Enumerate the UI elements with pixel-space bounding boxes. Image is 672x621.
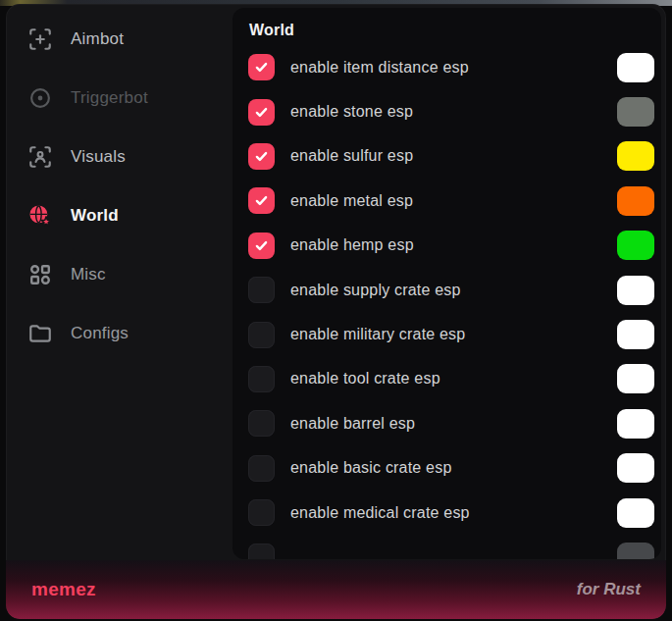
esp-checkbox[interactable] [248,543,275,559]
color-swatch-button[interactable] [617,53,654,82]
esp-checkbox[interactable] [248,499,275,526]
folder-icon [27,321,53,346]
scan-person-icon [27,144,53,170]
esp-label: enable item distance esp [290,59,469,77]
checkmark-icon [253,104,270,121]
color-swatch-button[interactable] [617,186,654,216]
color-swatch-button[interactable] [617,231,654,260]
esp-label: enable metal esp [290,192,413,210]
sidebar-item-configs[interactable]: Configs [6,304,233,363]
panel-title: World [249,22,661,43]
esp-checkbox[interactable] [248,233,275,259]
esp-label: enable barrel esp [290,415,415,433]
sidebar-item-label: World [71,206,119,226]
esp-row: enable military crate esp [233,312,661,356]
color-swatch-button[interactable] [617,97,654,127]
checkmark-icon [253,237,270,254]
circle-dot-icon [27,85,53,111]
color-swatch-button[interactable] [617,141,654,171]
color-swatch-button[interactable] [617,453,654,483]
esp-checkbox[interactable] [248,277,275,303]
sidebar-item-label: Triggerbot [71,88,148,108]
color-swatch-button[interactable] [617,276,654,305]
esp-row: enable supply crate esp [233,268,661,312]
esp-label: enable military crate esp [290,326,465,343]
esp-row: enable barrel esp [233,401,661,445]
world-panel: World enable item distance esp enable st… [233,8,661,559]
crosshair-scan-icon [27,26,53,52]
esp-row: enable item distance esp [233,45,661,89]
esp-checkbox[interactable] [248,187,275,214]
esp-checkbox[interactable] [248,410,275,437]
color-swatch-button[interactable] [617,498,654,528]
esp-row: enable hemp esp [233,224,661,268]
sidebar-nav: Aimbot Triggerbot Visuals World Misc Con… [6,10,233,363]
sidebar-item-label: Visuals [71,147,126,167]
brand-tagline: for Rust [577,580,641,599]
cheat-menu-window: Aimbot Triggerbot Visuals World Misc Con… [6,4,666,619]
esp-row: enable stone esp [233,89,661,133]
esp-checkbox[interactable] [248,455,275,482]
sidebar-item-label: Aimbot [71,29,124,49]
esp-list: enable item distance esp enable stone es… [233,45,661,559]
esp-checkbox[interactable] [248,322,275,348]
esp-row: enable basic crate esp [233,446,661,491]
sidebar-item-aimbot[interactable]: Aimbot [6,10,233,69]
esp-checkbox[interactable] [248,143,275,170]
globe-star-icon [27,203,53,229]
checkmark-icon [253,148,270,165]
sidebar-item-label: Misc [71,265,106,285]
checkmark-icon [253,59,270,76]
brand-name: memez [31,579,96,600]
shapes-icon [27,262,53,287]
sidebar-item-label: Configs [71,324,129,343]
esp-row: enable sulfur esp [233,134,661,179]
sidebar-item-visuals[interactable]: Visuals [6,128,233,186]
esp-row: enable metal esp [233,179,661,223]
esp-label: enable supply crate esp [290,282,461,299]
esp-checkbox[interactable] [248,366,275,392]
esp-row: enable medical crate esp [233,491,661,535]
esp-row: enable tool crate esp [233,357,661,401]
sidebar-item-triggerbot[interactable]: Triggerbot [6,69,233,128]
esp-label: enable basic crate esp [290,459,452,477]
esp-checkbox[interactable] [248,99,275,126]
esp-label: enable stone esp [290,103,413,121]
checkmark-icon [253,192,270,209]
esp-label: enable hemp esp [290,236,414,254]
esp-checkbox[interactable] [248,54,275,80]
color-swatch-button[interactable] [617,364,654,393]
sidebar-item-world[interactable]: World [6,186,233,245]
esp-label: enable sulfur esp [290,147,413,165]
color-swatch-button[interactable] [617,543,654,559]
footer-bar: memez for Rust [6,560,666,619]
esp-label: enable medical crate esp [290,504,470,522]
color-swatch-button[interactable] [617,320,654,349]
esp-label: enable tool crate esp [290,370,440,388]
sidebar-item-misc[interactable]: Misc [6,245,233,304]
esp-row [233,535,661,559]
color-swatch-button[interactable] [617,409,654,439]
